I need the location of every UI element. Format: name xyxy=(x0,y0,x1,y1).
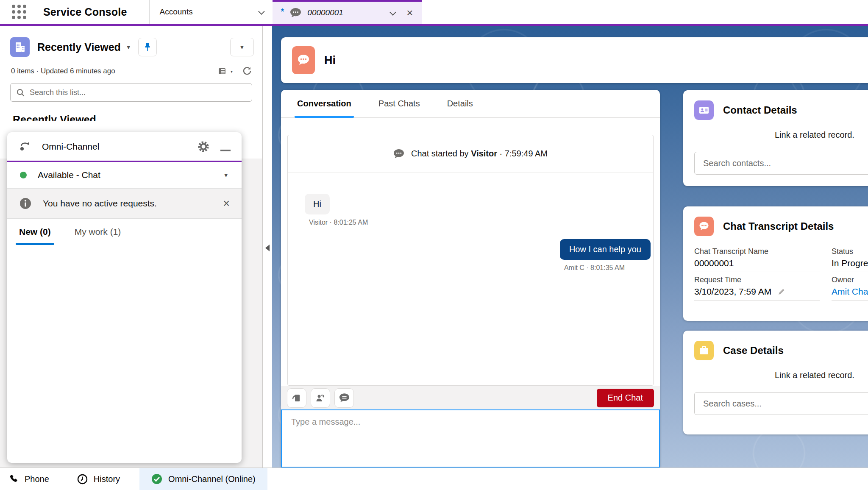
omni-tab-new[interactable]: New (0) xyxy=(19,219,51,245)
card-header: Case Details xyxy=(683,341,868,360)
search-icon xyxy=(17,89,25,97)
work-tab-00000001[interactable]: * 00000001 × xyxy=(273,0,422,24)
record-tab-bar: Conversation Past Chats Details xyxy=(281,90,660,118)
tab-details[interactable]: Details xyxy=(447,90,473,117)
case-search-box[interactable] xyxy=(694,392,868,415)
list-view-title[interactable]: Recently Viewed xyxy=(37,41,121,53)
card-title: Case Details xyxy=(723,345,784,356)
chat-action-toolbar: End Chat xyxy=(281,386,660,409)
utility-label: Phone xyxy=(25,474,49,484)
close-icon[interactable]: × xyxy=(406,7,413,18)
chat-started-text: Chat started by Visitor · 7:59:49 AM xyxy=(411,149,548,159)
contact-search-box[interactable] xyxy=(694,152,868,175)
omni-tab-my-work[interactable]: My work (1) xyxy=(75,219,121,245)
message-meta: Amit C · 8:01:35 AM xyxy=(560,264,651,272)
list-view-header: Recently Viewed ▼ ▼ xyxy=(0,26,262,57)
clock-icon xyxy=(77,474,88,484)
field-value: In Progre xyxy=(832,258,868,272)
chat-started-time: 7:59:49 AM xyxy=(505,149,548,158)
list-search-box[interactable] xyxy=(10,83,252,102)
check-circle-icon xyxy=(151,473,162,484)
utility-phone[interactable]: Phone xyxy=(7,468,58,490)
work-tab-label: 00000001 xyxy=(307,8,343,17)
chat-transcript-record-icon xyxy=(292,46,315,74)
tab-conversation[interactable]: Conversation xyxy=(297,90,351,117)
message-bubble: Hi xyxy=(305,194,330,214)
field-grid: Chat Transcript Name 00000001 Status In … xyxy=(694,247,868,304)
message-composer-input[interactable] xyxy=(281,409,660,468)
person-arrow-icon xyxy=(315,393,326,403)
pushpin-icon xyxy=(143,42,152,52)
nav-tab-accounts[interactable]: Accounts xyxy=(150,0,273,24)
gear-icon[interactable] xyxy=(197,140,210,153)
transfer-agent-button[interactable] xyxy=(311,388,330,408)
caret-down-icon: ▼ xyxy=(239,44,245,50)
status-dot-icon xyxy=(20,172,27,178)
contact-details-card: Contact Details Link a related record. xyxy=(683,90,868,186)
clipped-list-row: Recently Viewed xyxy=(0,113,262,121)
chat-bubble-icon xyxy=(393,149,404,159)
field-value: 3/10/2023, 7:59 AM xyxy=(694,287,771,297)
field-request-time: Request Time 3/10/2023, 7:59 AM xyxy=(694,276,820,301)
refresh-icon[interactable] xyxy=(242,66,252,76)
list-view-controls-button[interactable]: ▼ xyxy=(230,38,254,56)
field-value: 00000001 xyxy=(694,258,820,272)
active-tab-underline xyxy=(16,243,54,245)
message-bubble: How I can help you xyxy=(560,239,651,260)
list-selector-caret-icon[interactable]: ▼ xyxy=(126,44,131,50)
close-icon[interactable]: × xyxy=(223,198,230,209)
nav-tab-label: Accounts xyxy=(160,7,193,17)
utility-history[interactable]: History xyxy=(68,468,129,490)
owner-link[interactable]: Amit Cha xyxy=(832,287,868,301)
pin-list-button[interactable] xyxy=(138,38,157,56)
omni-panel-header: Omni-Channel xyxy=(7,132,242,162)
raise-flag-button[interactable] xyxy=(287,388,306,408)
main-workspace: Hi Conversation Past Chats Details Chat … xyxy=(272,26,868,468)
omni-channel-icon xyxy=(18,140,32,153)
field-status: Status In Progre xyxy=(832,247,868,272)
list-view-meta-row: 0 items · Updated 6 minutes ago ▾ xyxy=(0,57,262,76)
contact-card-icon xyxy=(694,100,714,120)
edit-pencil-icon[interactable] xyxy=(777,287,786,296)
chevron-down-icon[interactable] xyxy=(389,9,396,16)
utility-label: Omni-Channel (Online) xyxy=(168,474,256,484)
record-title: Hi xyxy=(324,54,336,67)
list-search-input[interactable] xyxy=(30,88,246,97)
record-header-card: Hi xyxy=(281,37,868,83)
caret-down-icon: ▾ xyxy=(231,69,233,74)
chat-bubble-icon xyxy=(290,8,301,18)
message-agent: How I can help you Amit C · 8:01:35 AM xyxy=(560,239,651,272)
collapse-panel-handle[interactable] xyxy=(265,245,270,251)
card-header: Chat Transcript Details xyxy=(683,217,868,236)
chat-transcript-details-card: Chat Transcript Details Chat Transcript … xyxy=(683,206,868,321)
card-title: Chat Transcript Details xyxy=(723,220,834,232)
caret-down-icon[interactable]: ▼ xyxy=(223,172,229,178)
phone-icon xyxy=(8,474,19,484)
briefcase-icon xyxy=(694,341,714,360)
message-meta: Visitor · 8:01:25 AM xyxy=(305,219,368,226)
global-navigation-bar: Service Console Accounts * 00000001 × xyxy=(0,0,868,26)
message-visitor: Hi Visitor · 8:01:25 AM xyxy=(305,194,368,226)
display-as-button[interactable]: ▾ xyxy=(218,67,233,75)
unsaved-indicator: * xyxy=(281,7,284,17)
panel-gutter xyxy=(263,26,272,468)
field-owner: Owner Amit Cha xyxy=(832,276,868,301)
case-search-input[interactable] xyxy=(703,399,868,409)
minimize-icon[interactable] xyxy=(220,150,231,151)
app-name: Service Console xyxy=(43,6,127,18)
omni-notice-text: You have no active requests. xyxy=(43,198,157,209)
chat-bubble-icon xyxy=(694,217,714,236)
utility-omni-channel[interactable]: Omni-Channel (Online) xyxy=(139,468,267,490)
omni-notice-bar: You have no active requests. × xyxy=(7,188,242,219)
chevron-down-icon[interactable] xyxy=(258,8,265,15)
contact-search-input[interactable] xyxy=(703,159,868,168)
end-chat-button[interactable]: End Chat xyxy=(597,389,654,407)
app-launcher-icon[interactable] xyxy=(12,5,26,19)
info-icon xyxy=(19,197,32,210)
link-record-text: Link a related record. xyxy=(683,370,868,380)
omni-tab-bar: New (0) My work (1) xyxy=(7,219,242,245)
conversation-card: Conversation Past Chats Details Chat sta… xyxy=(281,90,660,468)
omni-status-row[interactable]: Available - Chat ▼ xyxy=(7,162,242,188)
quick-text-button[interactable] xyxy=(334,388,354,408)
tab-past-chats[interactable]: Past Chats xyxy=(378,90,420,117)
